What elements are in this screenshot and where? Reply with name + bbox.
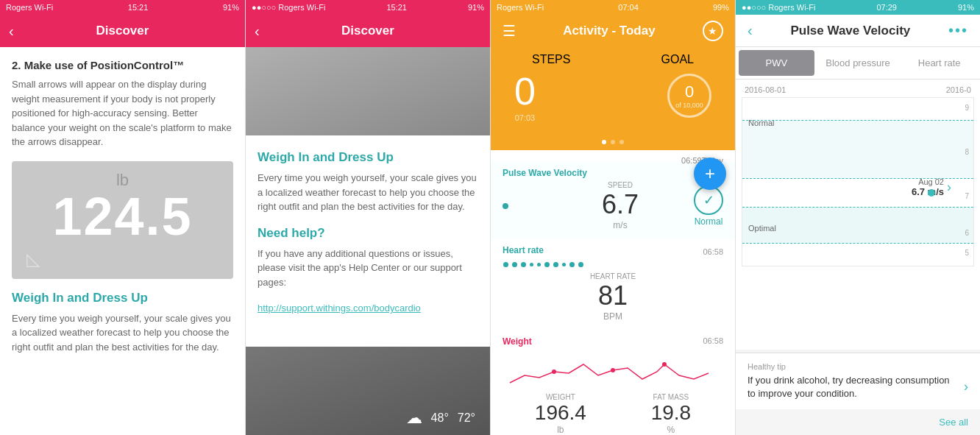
hr-dot bbox=[521, 262, 526, 267]
see-all-link[interactable]: See all bbox=[939, 417, 968, 428]
normal-label: Normal bbox=[748, 119, 774, 127]
y-label-8: 8 bbox=[965, 148, 969, 156]
weight-val-unit: lb bbox=[535, 425, 586, 435]
svg-point-2 bbox=[662, 362, 667, 367]
status-bar-3: Rogers Wi-Fi 07:04 99% bbox=[491, 0, 735, 15]
hr-chart bbox=[503, 261, 723, 268]
pwv-status-text: Normal bbox=[694, 216, 723, 227]
pwv-section-label: Pulse Wave Velocity bbox=[503, 168, 723, 178]
scale-placeholder bbox=[246, 47, 490, 135]
pwv-tabs: PWV Blood pressure Heart rate bbox=[736, 47, 980, 79]
fat-val-label: FAT MASS bbox=[651, 393, 692, 401]
carrier-2: ●●○○○ Rogers Wi-Fi bbox=[252, 3, 325, 12]
goal-value: 0 bbox=[685, 82, 694, 102]
panel-discover-1: Rogers Wi-Fi 15:21 91% ‹ Discover 2. Mak… bbox=[0, 0, 245, 435]
weight-value-display: 124.5 bbox=[52, 190, 192, 243]
activity-scroll[interactable]: + Today 06:59 Pulse Wave Velocity SPEED … bbox=[491, 150, 735, 435]
svg-point-1 bbox=[611, 368, 615, 372]
back-button-1[interactable]: ‹ bbox=[9, 23, 14, 40]
heart-rate-label: HEART RATE bbox=[590, 272, 636, 280]
hr-dot bbox=[562, 263, 566, 266]
star-button[interactable]: ★ bbox=[703, 21, 723, 41]
tip-chevron-icon[interactable]: › bbox=[964, 379, 968, 395]
add-fab-button[interactable]: + bbox=[694, 158, 726, 190]
battery-4: 91% bbox=[958, 3, 974, 12]
healthy-tip-section: Healthy tip If you drink alcohol, try de… bbox=[736, 353, 980, 409]
nav-title-3: Activity - Today bbox=[563, 24, 655, 38]
hr-dot bbox=[544, 262, 550, 267]
status-bar-1: Rogers Wi-Fi 15:21 91% bbox=[0, 0, 245, 15]
weight-values-row: WEIGHT 196.4 lb FAT MASS 19.8 % bbox=[503, 393, 723, 435]
menu-icon[interactable]: ☰ bbox=[503, 22, 516, 40]
speed-value: 6.7 bbox=[547, 189, 694, 220]
healthy-tip-text: If you drink alcohol, try decreasing con… bbox=[748, 374, 958, 400]
weigh-title-1: Weigh In and Dress Up bbox=[12, 291, 233, 305]
section-title-1: 2. Make use of PositionControl™ bbox=[12, 59, 233, 71]
see-all-row: See all bbox=[736, 409, 980, 435]
weight-section-time: 06:58 bbox=[703, 336, 723, 347]
activity-header: STEPS GOAL 0 07:03 0 of 10,000 bbox=[491, 47, 735, 140]
optimal-label: Optimal bbox=[748, 224, 776, 233]
chart-container: Normal Optimal 9 8 7 6 5 Aug 02 6.7 m/s … bbox=[742, 97, 974, 266]
panel1-content: 2. Make use of PositionControl™ Small ar… bbox=[0, 47, 245, 435]
steps-time: 07:03 bbox=[514, 113, 536, 122]
page-dots bbox=[491, 140, 735, 150]
fat-val-area: FAT MASS 19.8 % bbox=[651, 393, 692, 435]
help-link[interactable]: http://support.withings.com/bodycardio bbox=[258, 303, 421, 314]
steps-label: STEPS bbox=[532, 53, 570, 66]
chart-dates: 2016-08-01 2016-0 bbox=[742, 85, 974, 97]
hr-dot bbox=[512, 262, 517, 267]
weight-graph bbox=[503, 350, 723, 390]
activity-labels: STEPS GOAL bbox=[503, 53, 723, 66]
speed-label: SPEED bbox=[547, 181, 694, 189]
activity-values: 0 07:03 0 of 10,000 bbox=[503, 66, 723, 128]
optimal-band bbox=[742, 207, 973, 244]
panel-discover-2: ●●○○○ Rogers Wi-Fi 15:21 91% ‹ Discover … bbox=[245, 0, 490, 435]
speed-unit: m/s bbox=[547, 220, 694, 230]
weight-val-label: WEIGHT bbox=[535, 393, 586, 401]
hr-time: 06:58 bbox=[703, 247, 723, 256]
tab-blood-pressure[interactable]: Blood pressure bbox=[820, 50, 896, 76]
weight-val: 196.4 bbox=[535, 401, 586, 425]
date-end: 2016-0 bbox=[946, 85, 971, 94]
y-label-7: 7 bbox=[965, 192, 969, 200]
pwv-status-area: ✓ Normal bbox=[694, 185, 723, 227]
nav-title-1: Discover bbox=[96, 24, 149, 38]
pwv-speed-area: SPEED 6.7 m/s bbox=[547, 181, 694, 230]
normal-band bbox=[742, 120, 973, 179]
goal-of: of 10,000 bbox=[675, 102, 703, 109]
nav-bar-3: ☰ Activity - Today ★ bbox=[491, 15, 735, 47]
help-title: Need help? bbox=[258, 226, 478, 241]
help-text: If you have any additional questions or … bbox=[258, 247, 478, 290]
hr-value: 81 bbox=[590, 280, 636, 311]
carrier-4: ●●○○○ Rogers Wi-Fi bbox=[742, 3, 815, 12]
fat-val-unit: % bbox=[651, 425, 692, 435]
goal-label: GOAL bbox=[661, 53, 694, 66]
status-bar-2: ●●○○○ Rogers Wi-Fi 15:21 91% bbox=[246, 0, 490, 15]
y-label-5: 5 bbox=[965, 249, 969, 257]
scale-image-bottom: ☁ 48° 72° bbox=[246, 347, 490, 435]
battery-1: 91% bbox=[223, 3, 239, 12]
data-point-date: Aug 02 bbox=[918, 177, 944, 186]
healthy-tip-label: Healthy tip bbox=[748, 362, 968, 371]
weigh-text-2: Every time you weigh yourself, your scal… bbox=[258, 171, 478, 214]
steps-area: 0 07:03 bbox=[514, 69, 536, 122]
back-button-4[interactable]: ‹ bbox=[748, 22, 753, 39]
battery-3: 99% bbox=[713, 3, 729, 12]
status-bar-4: ●●○○○ Rogers Wi-Fi 07:29 91% bbox=[736, 0, 980, 15]
hr-unit: BPM bbox=[590, 311, 636, 322]
tab-pwv[interactable]: PWV bbox=[739, 50, 814, 76]
tab-heart-rate[interactable]: Heart rate bbox=[901, 50, 977, 76]
hr-section-label: Heart rate bbox=[503, 245, 544, 255]
time-3: 07:04 bbox=[618, 3, 639, 12]
carrier-1: Rogers Wi-Fi bbox=[6, 3, 53, 12]
more-button-4[interactable]: ••• bbox=[948, 22, 968, 39]
back-button-2[interactable]: ‹ bbox=[255, 23, 260, 40]
nav-title-4: Pulse Wave Velocity bbox=[790, 24, 910, 38]
weigh-text-1: Every time you weigh yourself, your scal… bbox=[12, 311, 233, 355]
nav-bar-4: ‹ Pulse Wave Velocity ••• bbox=[736, 15, 980, 47]
y-label-9: 9 bbox=[965, 104, 969, 112]
hr-dot bbox=[569, 262, 575, 267]
hr-dot bbox=[553, 262, 558, 267]
dot-1 bbox=[602, 140, 606, 144]
